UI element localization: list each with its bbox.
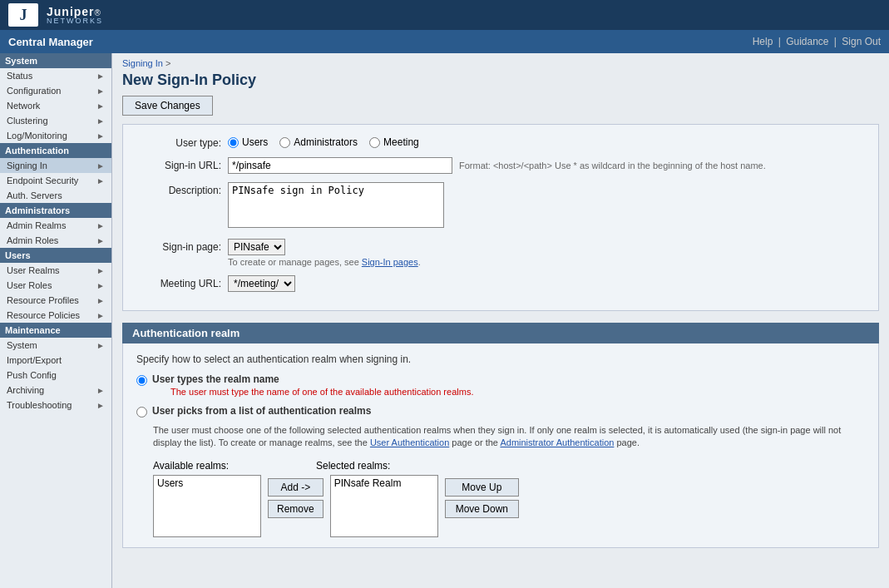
user-type-label: User type: [136,135,228,149]
logo-box: J [8,3,38,27]
meeting-url-control: */meeting/ [228,275,865,292]
option2-label: User picks from a list of authentication… [152,405,371,417]
selected-realms-list[interactable]: PINsafe Realm [330,475,438,537]
logo-area: J Juniper ® NETWORKS [0,0,889,30]
user-auth-link[interactable]: User Authentication [370,437,449,447]
realms-section: Available realms: Selected realms: Users… [136,460,865,537]
logo-j-letter: J [20,7,27,24]
arrow-icon: ► [96,86,105,96]
option2-desc-suffix: page. [614,437,640,447]
page-title: New Sign-In Policy [112,70,889,96]
arrow-icon: ► [96,72,105,81]
radio-meeting[interactable]: Meeting [369,136,419,148]
arrow-icon: ► [96,296,105,305]
sidebar-item-admin-roles[interactable]: Admin Roles ► [0,233,111,248]
arrow-icon: ► [96,161,105,170]
sidebar-item-user-roles[interactable]: User Roles ► [0,278,111,293]
move-buttons: Move Up Move Down [445,475,519,518]
description-textarea[interactable]: PINsafe sign in Policy [228,182,444,228]
sidebar-item-configuration[interactable]: Configuration ► [0,83,111,98]
sidebar-item-system[interactable]: System ► [0,338,111,353]
option1-row: User types the realm name The user must … [136,373,865,397]
arrow-icon: ► [96,176,105,185]
sidebar-item-endpoint-security[interactable]: Endpoint Security ► [0,173,111,188]
option2-desc-long: The user must choose one of the followin… [153,424,865,450]
sidebar-item-archiving[interactable]: Archiving ► [0,383,111,398]
option1-content: User types the realm name The user must … [152,373,473,397]
selected-label: Selected realms: [316,460,390,472]
sidebar-section-administrators: Administrators [0,203,111,218]
signin-page-hint: To create or manage pages, see Sign-In p… [228,257,865,267]
radio-administrators-input[interactable] [279,137,290,148]
arrow-icon: ► [96,401,105,410]
sidebar-item-status[interactable]: Status ► [0,68,111,83]
available-label: Available realms: [153,460,261,472]
option2-content: User picks from a list of authentication… [152,405,371,417]
signin-page-control: PINsafe To create or manage pages, see S… [228,239,865,267]
signin-url-input[interactable]: */pinsafe [228,157,452,174]
save-changes-button[interactable]: Save Changes [122,96,213,116]
meeting-url-select[interactable]: */meeting/ [228,275,295,292]
signin-page-select[interactable]: PINsafe [228,239,285,255]
sidebar-item-push-config[interactable]: Push Config [0,368,111,383]
sidebar-item-signingin[interactable]: Signing In ► [0,158,111,173]
main-layout: System Status ► Configuration ► Network … [0,53,889,588]
sidebar-item-resource-policies[interactable]: Resource Policies ► [0,308,111,323]
breadcrumb-link[interactable]: Signing In [122,58,163,68]
breadcrumb: Signing In > [112,53,889,70]
auth-realm-desc: Specify how to select an authentication … [136,353,865,365]
sidebar-item-troubleshooting[interactable]: Troubleshooting ► [0,398,111,413]
sidebar-section-authentication: Authentication [0,143,111,158]
header-links: Help | Guidance | Sign Out [753,36,881,47]
sidebar-item-clustering[interactable]: Clustering ► [0,113,111,128]
arrow-icon: ► [96,116,105,126]
add-button[interactable]: Add -> [268,478,323,497]
remove-button[interactable]: Remove [268,500,323,518]
sidebar-item-user-realms[interactable]: User Realms ► [0,263,111,278]
selected-realm-item[interactable]: PINsafe Realm [331,476,437,491]
option2-radio[interactable] [136,407,147,418]
sidebar-item-logmonitoring[interactable]: Log/Monitoring ► [0,128,111,143]
move-up-button[interactable]: Move Up [445,478,519,497]
logo-subtitle: NETWORKS [47,17,103,25]
sidebar-item-auth-servers[interactable]: Auth. Servers [0,188,111,203]
guidance-link[interactable]: Guidance [786,36,828,47]
sidebar-item-admin-realms[interactable]: Admin Realms ► [0,218,111,233]
content-area: Save Changes User type: Users Administra… [112,96,889,558]
signin-url-control: */pinsafe Format: <host>/<path> Use * as… [228,157,865,174]
sidebar-item-import-export[interactable]: Import/Export [0,353,111,368]
sidebar-item-network[interactable]: Network ► [0,98,111,113]
meeting-url-row: Meeting URL: */meeting/ [136,275,865,292]
sep2: | [834,36,839,47]
signin-url-row: Sign-in URL: */pinsafe Format: <host>/<p… [136,157,865,174]
option1-radio[interactable] [136,375,147,386]
radio-meeting-input[interactable] [369,137,380,148]
description-label: Description: [136,182,228,196]
auth-realm-body: Specify how to select an authentication … [122,343,879,548]
available-realms-list[interactable]: Users [153,475,261,537]
radio-users-input[interactable] [228,137,239,148]
description-row: Description: PINsafe sign in Policy [136,182,865,230]
arrow-icon: ► [96,281,105,290]
sidebar-section-users: Users [0,248,111,263]
signin-pages-link[interactable]: Sign-In pages [362,257,418,267]
sidebar-item-resource-profiles[interactable]: Resource Profiles ► [0,293,111,308]
sep1: | [778,36,783,47]
arrow-icon: ► [96,266,105,275]
signin-url-hint: Format: <host>/<path> Use * as wildcard … [459,161,766,170]
topbar: Central Manager Help | Guidance | Sign O… [0,30,889,53]
help-link[interactable]: Help [753,36,773,47]
sidebar: System Status ► Configuration ► Network … [0,53,112,588]
arrow-icon: ► [96,236,105,245]
radio-administrators[interactable]: Administrators [279,136,358,148]
available-realm-item[interactable]: Users [154,476,260,491]
arrow-icon: ► [96,131,105,141]
save-button-row: Save Changes [122,96,879,116]
juniper-logo: J Juniper ® NETWORKS [8,3,103,27]
option1-desc: The user must type the name of one of th… [170,387,473,397]
radio-users[interactable]: Users [228,136,268,148]
admin-auth-link[interactable]: Administrator Authentication [500,437,614,447]
main-content: Signing In > New Sign-In Policy Save Cha… [112,53,889,588]
move-down-button[interactable]: Move Down [445,500,519,518]
signout-link[interactable]: Sign Out [842,36,881,47]
